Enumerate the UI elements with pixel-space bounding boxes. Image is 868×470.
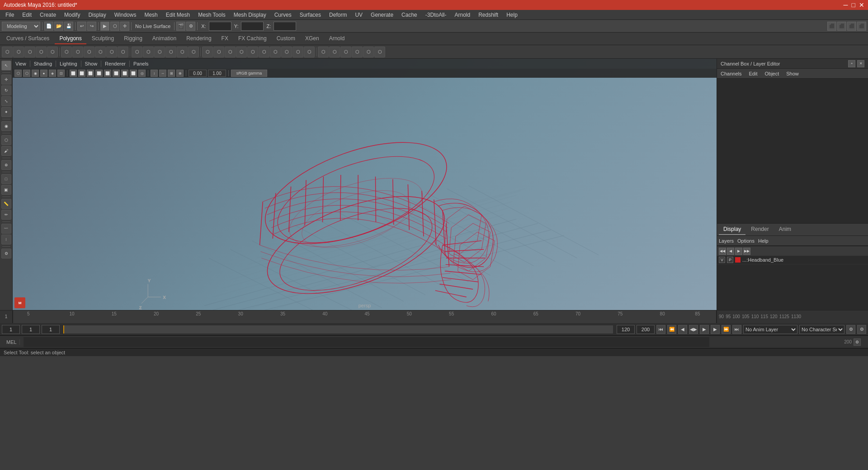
shelf-icon-15[interactable]: ⬡ xyxy=(165,47,176,57)
close-btn[interactable]: ✕ xyxy=(859,1,864,9)
menu-help[interactable]: Help xyxy=(503,11,521,19)
measure-btn[interactable]: 📏 xyxy=(1,199,11,209)
layer-ctrl-1[interactable]: ◀◀ xyxy=(719,248,726,255)
tab-arnold[interactable]: Arnold xyxy=(325,33,349,44)
lasso-btn[interactable]: ⬡ xyxy=(110,22,119,31)
select-tool-btn[interactable]: ↖ xyxy=(1,61,11,70)
layer-color-swatch[interactable] xyxy=(735,257,741,263)
shelf-icon-11[interactable]: ⬡ xyxy=(118,47,128,57)
shelf-icon-5[interactable]: ⬡ xyxy=(47,47,58,57)
rbt-render[interactable]: Render xyxy=(746,224,773,235)
range-end-input[interactable] xyxy=(617,325,635,334)
shelf-icon-22[interactable]: ⬡ xyxy=(247,47,258,57)
cb-tab-object[interactable]: Object xyxy=(763,70,781,77)
pb-to-start-btn[interactable]: ⏮ xyxy=(656,325,665,334)
cb-expand-btn[interactable]: + xyxy=(848,60,855,67)
range-max-input[interactable] xyxy=(637,325,655,334)
current-frame-input[interactable] xyxy=(22,325,40,334)
character-set-select[interactable]: No Character Set xyxy=(799,325,844,334)
command-input[interactable] xyxy=(24,337,709,347)
timeline-ruler[interactable]: 5 10 15 20 25 30 35 40 45 50 55 60 65 70… xyxy=(13,310,717,323)
render-settings-btn[interactable]: ⚙ xyxy=(186,22,195,31)
menu-edit-mesh[interactable]: Edit Mesh xyxy=(162,11,193,19)
pb-fwd-key-btn[interactable]: ⏩ xyxy=(722,325,731,334)
cb-tab-edit[interactable]: Edit xyxy=(747,70,759,77)
layer-ctrl-3[interactable]: ▶ xyxy=(735,248,742,255)
tab-rigging[interactable]: Rigging xyxy=(119,33,147,44)
cb-tab-channels[interactable]: Channels xyxy=(719,70,743,77)
shelf-icon-30[interactable]: ⬡ xyxy=(340,47,351,57)
shelf-icon-31[interactable]: ⬡ xyxy=(352,47,363,57)
rotate-tool-btn[interactable]: ↻ xyxy=(1,85,11,95)
z-input[interactable] xyxy=(274,22,296,31)
shelf-icon-12[interactable]: ⬡ xyxy=(132,47,142,57)
shelf-icon-16[interactable]: ⬡ xyxy=(177,47,188,57)
right-toolbar-2[interactable]: ⬛ xyxy=(837,22,846,31)
scale-tool-btn[interactable]: ⤡ xyxy=(1,96,11,106)
redo-btn[interactable]: ↪ xyxy=(87,22,96,31)
right-toolbar-1[interactable]: ⬛ xyxy=(827,22,836,31)
anim-layer-select[interactable]: No Anim Layer xyxy=(743,325,797,334)
menu-modify[interactable]: Modify xyxy=(61,11,84,19)
menu-display[interactable]: Display xyxy=(85,11,109,19)
stroke-options-btn[interactable]: ⁝ xyxy=(1,235,11,244)
menu-windows[interactable]: Windows xyxy=(111,11,140,19)
lasso-select-btn[interactable]: ⬡ xyxy=(1,135,11,145)
shelf-icon-14[interactable]: ⬡ xyxy=(154,47,165,57)
shelf-icon-9[interactable]: ⬡ xyxy=(95,47,106,57)
move-btn[interactable]: ✛ xyxy=(120,22,129,31)
tab-custom[interactable]: Custom xyxy=(272,33,300,44)
y-input[interactable] xyxy=(241,22,264,31)
viewport[interactable]: View Shading Lighting Show Renderer Pane… xyxy=(13,59,717,310)
paint-select-btn[interactable]: 🖌 xyxy=(1,146,11,156)
playback-range[interactable] xyxy=(63,325,613,334)
pb-step-back-btn[interactable]: ◀ xyxy=(678,325,687,334)
tab-rendering[interactable]: Rendering xyxy=(182,33,216,44)
x-input[interactable] xyxy=(209,22,231,31)
tab-fx-caching[interactable]: FX Caching xyxy=(234,33,271,44)
pb-step-fwd-btn[interactable]: ▶ xyxy=(711,325,720,334)
new-scene-btn[interactable]: 📄 xyxy=(44,22,53,31)
menu-deform[interactable]: Deform xyxy=(326,11,350,19)
tab-fx[interactable]: FX xyxy=(217,33,233,44)
shelf-icon-13[interactable]: ⬡ xyxy=(143,47,154,57)
pb-back-key-btn[interactable]: ⏪ xyxy=(667,325,676,334)
rbt-anim[interactable]: Anim xyxy=(774,224,796,235)
frame-indicator-input[interactable] xyxy=(42,325,60,334)
shelf-icon-28[interactable]: ⬡ xyxy=(318,47,329,57)
menu-cache[interactable]: Cache xyxy=(398,11,421,19)
menu-curves[interactable]: Curves xyxy=(271,11,295,19)
stroke-btn[interactable]: 〰 xyxy=(1,224,11,234)
shelf-icon-33[interactable]: ⬡ xyxy=(374,47,385,57)
menu-mesh-display[interactable]: Mesh Display xyxy=(230,11,270,19)
rbst-help[interactable]: Help xyxy=(758,238,769,244)
menu-generate[interactable]: Generate xyxy=(367,11,397,19)
menu-redshift[interactable]: Redshift xyxy=(475,11,502,19)
shelf-icon-6[interactable]: ⬡ xyxy=(61,47,72,57)
menu-mesh-tools[interactable]: Mesh Tools xyxy=(194,11,229,19)
open-btn[interactable]: 📂 xyxy=(54,22,63,31)
cb-tab-show[interactable]: Show xyxy=(784,70,801,77)
shelf-icon-10[interactable]: ⬡ xyxy=(106,47,117,57)
menu-edit[interactable]: Edit xyxy=(19,11,35,19)
shelf-icon-25[interactable]: ⬡ xyxy=(281,47,292,57)
pb-to-end-btn[interactable]: ⏭ xyxy=(732,325,741,334)
show-manipulator-btn[interactable]: ⊕ xyxy=(1,160,11,170)
menu-uv[interactable]: UV xyxy=(351,11,366,19)
range-start-input[interactable] xyxy=(2,325,20,334)
shelf-icon-17[interactable]: ⬡ xyxy=(188,47,199,57)
cmd-settings-btn[interactable]: ⚙ xyxy=(854,338,861,346)
pb-extra-1[interactable]: ⚙ xyxy=(846,325,855,334)
pb-extra-2[interactable]: ⚙ xyxy=(857,325,866,334)
3d-mesh-viewport[interactable]: X Y Z xyxy=(13,59,717,310)
menu-arnold[interactable]: Arnold xyxy=(451,11,474,19)
shelf-icon-21[interactable]: ⬡ xyxy=(236,47,247,57)
right-toolbar-4[interactable]: ⬛ xyxy=(857,22,866,31)
undo-btn[interactable]: ↩ xyxy=(77,22,86,31)
cb-close-btn[interactable]: ✕ xyxy=(857,60,864,67)
menu-3dtoall[interactable]: -3DtoAll- xyxy=(422,11,450,19)
soft-select-btn[interactable]: ◉ xyxy=(1,121,11,131)
shelf-icon-27[interactable]: ⬡ xyxy=(304,47,315,57)
shelf-icon-4[interactable]: ⬡ xyxy=(36,47,47,57)
shelf-icon-18[interactable]: ⬡ xyxy=(202,47,213,57)
